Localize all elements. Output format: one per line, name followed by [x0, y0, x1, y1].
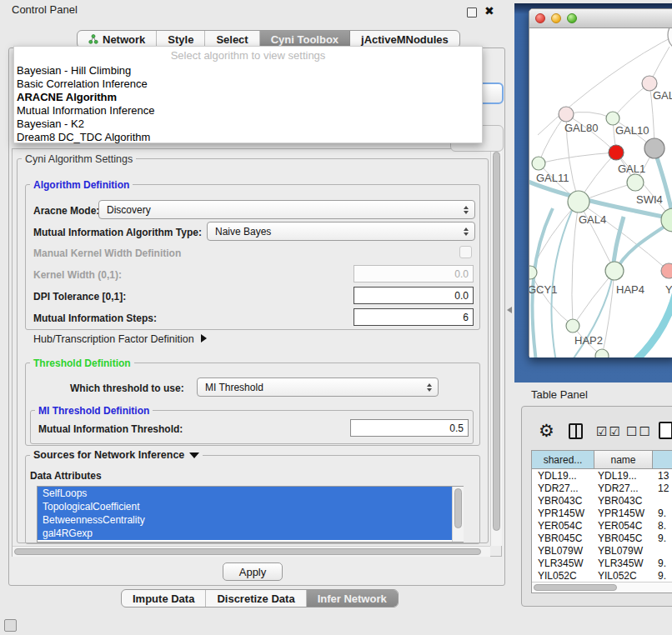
- column-header-name[interactable]: name: [594, 451, 653, 468]
- split-collapse-arrow-icon[interactable]: [507, 307, 512, 313]
- mi-threshold-field[interactable]: 0.5: [350, 419, 469, 437]
- close-icon[interactable]: ✖: [484, 4, 494, 18]
- table-cell: 13: [653, 470, 672, 482]
- algorithm-option-mutual-information-inference[interactable]: Mutual Information Inference: [14, 104, 482, 118]
- node-label-hap4: HAP4: [616, 283, 644, 296]
- network-window-titlebar[interactable]: [529, 9, 672, 28]
- kernel-width-label: Kernel Width (0,1):: [33, 269, 122, 281]
- attributes-list-scrollbar[interactable]: [452, 487, 464, 542]
- tab-jactivemnodules[interactable]: jActiveMNodules: [350, 31, 459, 48]
- kernel-width-field[interactable]: 0.0: [354, 265, 474, 282]
- column-header-shared[interactable]: shared...: [532, 451, 594, 468]
- data-attributes-list: SelfLoopsTopologicalCoefficientBetweenne…: [37, 486, 464, 542]
- table-row[interactable]: YIL052CYIL052C9.: [532, 569, 672, 582]
- network-node[interactable]: [559, 107, 574, 122]
- attribute-item-gal4rgexp[interactable]: gal4RGexp: [38, 527, 452, 540]
- network-node[interactable]: [661, 263, 672, 278]
- network-node[interactable]: [595, 349, 609, 358]
- mi-steps-field[interactable]: 6: [354, 308, 474, 326]
- manual-kernel-checkbox[interactable]: [459, 246, 472, 258]
- network-edge[interactable]: [572, 202, 579, 326]
- control-panel-titlebar: Control Panel ✖: [0, 0, 515, 20]
- tab-label: Style: [168, 33, 193, 46]
- network-node[interactable]: [605, 262, 624, 280]
- column-header-2[interactable]: [653, 451, 672, 468]
- table-horizontal-scrollbar[interactable]: [532, 582, 672, 592]
- node-label-gal10: GAL10: [615, 124, 649, 137]
- table-row[interactable]: YDR27...YDR27...12: [532, 482, 672, 494]
- collapse-down-icon: [189, 452, 199, 458]
- scrollbar-thumb[interactable]: [454, 488, 462, 528]
- scrollbar-thumb[interactable]: [534, 584, 617, 591]
- network-node[interactable]: [609, 145, 624, 160]
- table-row[interactable]: YDL19...YDL19...13: [532, 469, 672, 482]
- tab-impute-data[interactable]: Impute Data: [122, 590, 206, 607]
- network-node[interactable]: [627, 174, 644, 191]
- attribute-item-topologicalcoefficient[interactable]: TopologicalCoefficient: [38, 500, 452, 513]
- mi-type-select[interactable]: Naive Bayes: [207, 222, 475, 241]
- gear-icon[interactable]: ⚙: [539, 421, 554, 441]
- network-edge[interactable]: [615, 222, 672, 272]
- tab-cyni-toolbox[interactable]: Cyni Toolbox: [260, 31, 350, 48]
- network-node[interactable]: [568, 191, 589, 212]
- tab-label: Network: [103, 33, 145, 46]
- attribute-item-selfloops[interactable]: SelfLoops: [38, 487, 452, 500]
- algorithm-option-dream8-dc-tdc-algorithm[interactable]: Dream8 DC_TDC Algorithm: [14, 131, 482, 144]
- network-node[interactable]: [566, 319, 579, 332]
- node-label-gal11: GAL11: [536, 172, 569, 184]
- network-node[interactable]: [606, 112, 619, 125]
- network-node[interactable]: [532, 157, 545, 170]
- hub-definition-toggle[interactable]: Hub/Transcription Factor Definition: [33, 333, 207, 345]
- tab-discretize-data[interactable]: Discretize Data: [206, 590, 306, 607]
- table-row[interactable]: YPR145WYPR145W9.: [532, 507, 672, 519]
- minimize-traffic-light-icon[interactable]: [551, 13, 561, 23]
- network-edge[interactable]: [552, 205, 574, 358]
- which-threshold-select[interactable]: MI Threshold: [197, 378, 439, 397]
- table-cell: 9.: [653, 570, 672, 582]
- algorithm-option-aracne-algorithm[interactable]: ARACNE Algorithm: [14, 91, 482, 104]
- network-node[interactable]: [644, 138, 664, 158]
- table-row[interactable]: YBR043CYBR043C: [532, 494, 672, 507]
- table-row[interactable]: YBR045CYBR045C9.: [532, 532, 672, 544]
- table-cell: YIL052C: [594, 570, 653, 582]
- attribute-item-betweennesscentrality[interactable]: BetweennessCentrality: [38, 513, 452, 527]
- scrollbar-thumb[interactable]: [493, 152, 500, 531]
- algorithm-option-bayesian-k2[interactable]: Bayesian - K2: [14, 118, 482, 131]
- table-row[interactable]: YLR345WYLR345W9.: [532, 557, 672, 569]
- algorithm-option-basic-correlation-inference[interactable]: Basic Correlation Inference: [14, 78, 482, 91]
- aracne-mode-select[interactable]: Discovery: [98, 200, 475, 219]
- network-edge[interactable]: [573, 271, 614, 326]
- network-edge[interactable]: [539, 152, 616, 163]
- expand-right-icon: [201, 334, 207, 342]
- tab-label: Discretize Data: [217, 592, 294, 605]
- columns-icon[interactable]: [569, 423, 583, 439]
- sources-group-toggle[interactable]: Sources for Network Inference: [30, 449, 203, 461]
- float-panel-icon[interactable]: [467, 8, 477, 18]
- table-cell: YBR043C: [594, 495, 653, 507]
- table-cell: 9.: [653, 508, 672, 519]
- tab-style[interactable]: Style: [157, 31, 205, 48]
- close-traffic-light-icon[interactable]: [535, 13, 545, 23]
- settings-horizontal-scrollbar[interactable]: [13, 546, 490, 557]
- network-view-window[interactable]: GALGAL80GAL10GAL11GAL1SWI4GAL4GCY1HAP4YH…: [529, 8, 672, 358]
- dpi-tolerance-field[interactable]: 0.0: [354, 287, 474, 304]
- table-row[interactable]: YBL079WYBL079W: [532, 544, 672, 557]
- table-body: YDL19...YDL19...13YDR27...YDR27...12YBR0…: [532, 469, 672, 584]
- tab-network[interactable]: Network: [78, 31, 157, 48]
- zoom-traffic-light-icon[interactable]: [567, 13, 577, 23]
- apply-button[interactable]: Apply: [223, 562, 283, 581]
- export-table-icon[interactable]: [659, 422, 672, 439]
- scrollbar-thumb[interactable]: [14, 548, 481, 555]
- tab-select[interactable]: Select: [205, 31, 259, 48]
- settings-vertical-scrollbar[interactable]: [490, 149, 502, 546]
- algorithm-option-bayesian-hill-climbing[interactable]: Bayesian - Hill Climbing: [14, 64, 482, 78]
- table-row[interactable]: YER054CYER054C8.: [532, 519, 672, 532]
- floating-panel-icon[interactable]: [4, 619, 17, 632]
- node-label-swi4: SWI4: [636, 193, 663, 206]
- network-edge[interactable]: [579, 202, 614, 271]
- table-cell: YER054C: [532, 520, 594, 532]
- checked-columns-icon[interactable]: ☑☑: [596, 424, 622, 439]
- tab-infer-network[interactable]: Infer Network: [307, 590, 398, 607]
- network-canvas[interactable]: GALGAL80GAL10GAL11GAL1SWI4GAL4GCY1HAP4YH…: [529, 28, 672, 358]
- unchecked-columns-icon[interactable]: ☐☐: [626, 424, 652, 439]
